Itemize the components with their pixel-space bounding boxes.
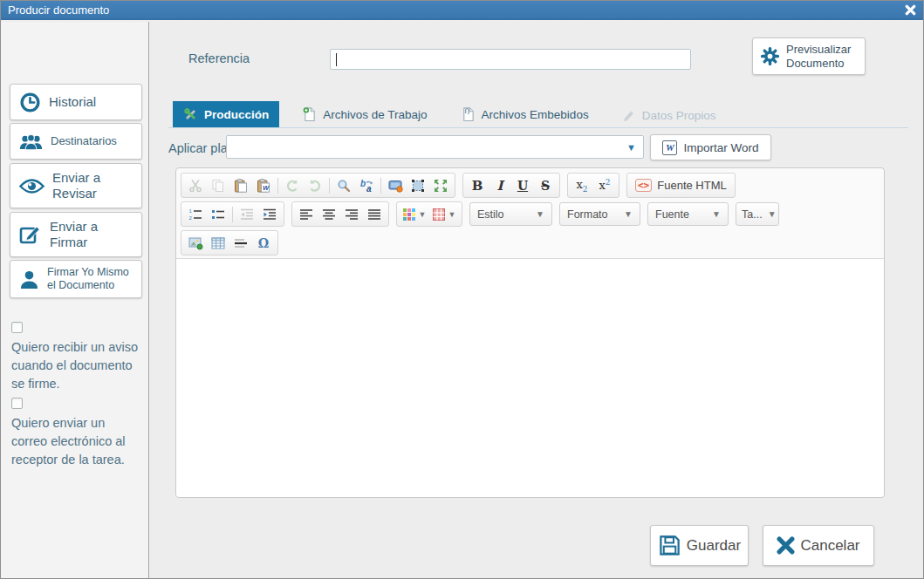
tab-datos-propios[interactable]: Datos Propios	[612, 102, 727, 128]
historial-button[interactable]: Historial	[10, 84, 142, 120]
tab-archivos-embebidos[interactable]: Archivos Embebidos	[450, 100, 599, 128]
paste-button[interactable]	[229, 175, 252, 195]
svg-text:1: 1	[189, 208, 193, 214]
plantilla-select[interactable]: ▼	[226, 135, 644, 159]
correo-checkbox-block: Quiero enviar un correo electrónico al r…	[11, 398, 144, 469]
firmar-yo-mismo-label: Firmar Yo Mismo el Documento	[47, 266, 136, 292]
editor-toolbar: W ba B I U S	[176, 168, 884, 258]
dialog-title: Producir documento	[8, 3, 109, 17]
fuente-label: Fuente	[655, 208, 689, 221]
superscript-button[interactable]: x2	[593, 175, 616, 195]
replace-button[interactable]: ba	[355, 175, 378, 195]
correo-checkbox-label: Quiero enviar un correo electrónico al r…	[11, 414, 144, 469]
tab-archivos-de-trabajo-label: Archivos de Trabajo	[323, 108, 427, 121]
close-icon[interactable]	[905, 4, 916, 16]
bold-label: B	[472, 178, 483, 194]
find-button[interactable]	[332, 175, 355, 195]
maximize-button[interactable]	[429, 175, 452, 195]
guardar-button[interactable]: Guardar	[650, 525, 749, 566]
redo-icon	[308, 179, 322, 193]
svg-text:W: W	[263, 184, 270, 192]
search-icon	[337, 179, 351, 193]
insert-image-icon	[188, 236, 203, 250]
eye-icon	[19, 178, 44, 194]
align-center-button[interactable]	[318, 204, 340, 224]
formato-dropdown[interactable]: Formato▼	[559, 202, 640, 226]
indent-icon	[263, 208, 277, 221]
embed-media-button[interactable]	[384, 175, 407, 195]
importar-word-button[interactable]: W Importar Word	[650, 134, 771, 160]
select-all-button[interactable]	[407, 175, 429, 195]
tools-icon	[183, 107, 198, 122]
cut-icon	[188, 179, 202, 193]
fuente-html-button[interactable]: <> Fuente HTML	[626, 173, 736, 198]
importar-word-label: Importar Word	[683, 141, 758, 154]
estilo-dropdown[interactable]: Estilo▼	[469, 202, 552, 226]
special-character-button[interactable]: Ω	[252, 233, 275, 253]
align-right-button[interactable]	[340, 204, 363, 224]
insert-table-button[interactable]	[207, 233, 229, 253]
preview-label-line1: Previsualizar	[786, 43, 851, 57]
aviso-checkbox[interactable]	[11, 322, 23, 333]
outdent-button[interactable]	[236, 204, 258, 224]
subscript-button[interactable]: x2	[571, 175, 593, 195]
chevron-down-icon: ▼	[419, 210, 427, 219]
enviar-a-revisar-button[interactable]: Enviar a Revisar	[10, 163, 142, 208]
enviar-a-firmar-button[interactable]: Enviar a Firmar	[10, 212, 142, 257]
underline-button[interactable]: U	[511, 175, 534, 195]
tamano-dropdown[interactable]: Ta...▼	[736, 202, 779, 226]
save-floppy-icon	[658, 534, 681, 557]
previsualizar-documento-button[interactable]: Previsualizar Documento	[752, 37, 866, 75]
editor-canvas[interactable]	[176, 258, 884, 497]
cancelar-button[interactable]: Cancelar	[763, 525, 874, 566]
align-justify-icon	[367, 208, 381, 221]
undo-button[interactable]	[281, 175, 304, 195]
tabs-divider	[168, 127, 908, 128]
background-color-button[interactable]: ▼	[429, 204, 459, 224]
enviar-a-firmar-label: Enviar a Firmar	[50, 219, 123, 250]
paste-from-word-button[interactable]: W	[252, 175, 275, 195]
horizontal-rule-button[interactable]	[229, 233, 252, 253]
cut-button[interactable]	[184, 175, 207, 195]
referencia-input[interactable]	[330, 49, 691, 70]
maximize-icon	[434, 179, 448, 193]
toolbar-row-1: W ba B I U S	[181, 171, 880, 200]
undo-icon	[285, 179, 299, 193]
tab-produccion[interactable]: Producción	[173, 101, 279, 128]
referencia-label: Referencia	[188, 51, 250, 65]
producir-documento-dialog: Producir documento Historial Destinatari…	[0, 0, 924, 579]
toolbar-row-3: Ω	[181, 228, 880, 257]
replace-icon: ba	[359, 179, 374, 193]
svg-text:2: 2	[189, 215, 193, 221]
insert-image-button[interactable]	[184, 233, 207, 253]
redo-button[interactable]	[304, 175, 326, 195]
destinatarios-label: Destinatarios	[51, 134, 117, 148]
text-color-button[interactable]: ▼	[400, 204, 429, 224]
indent-button[interactable]	[258, 204, 281, 224]
strikethrough-button[interactable]: S	[534, 175, 557, 195]
fuente-dropdown[interactable]: Fuente▼	[647, 202, 729, 226]
bulleted-list-button[interactable]	[207, 204, 229, 224]
align-justify-button[interactable]	[363, 204, 386, 224]
numbered-list-button[interactable]: 12	[184, 204, 207, 224]
tab-datos-propios-label: Datos Propios	[642, 109, 716, 122]
bold-button[interactable]: B	[466, 175, 489, 195]
cancel-x-icon	[777, 536, 795, 555]
chevron-down-icon[interactable]: ▼	[626, 142, 636, 153]
firmar-yo-mismo-button[interactable]: Firmar Yo Mismo el Documento	[10, 260, 142, 298]
copy-button[interactable]	[207, 175, 229, 195]
correo-checkbox[interactable]	[11, 398, 23, 409]
align-left-button[interactable]	[295, 204, 318, 224]
chevron-down-icon: ▼	[624, 209, 633, 219]
align-right-icon	[345, 208, 359, 221]
destinatarios-button[interactable]: Destinatarios	[10, 123, 142, 160]
toolbar-row-2: 12 ▼	[181, 200, 880, 228]
tab-archivos-de-trabajo[interactable]: Archivos de Trabajo	[291, 100, 437, 128]
copy-icon	[211, 179, 225, 193]
italic-button[interactable]: I	[489, 175, 511, 195]
titlebar: Producir documento	[1, 1, 923, 20]
cancelar-label: Cancelar	[800, 537, 859, 555]
chevron-down-icon: ▼	[712, 209, 721, 219]
numbered-list-icon: 12	[188, 208, 202, 221]
rich-text-editor: W ba B I U S	[175, 167, 885, 498]
